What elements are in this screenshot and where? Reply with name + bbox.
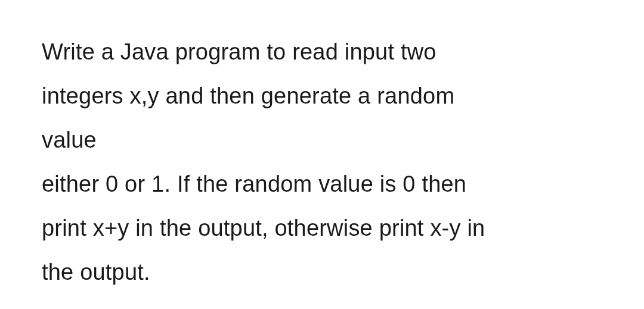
problem-statement: Write a Java program to read input two i… (42, 30, 602, 295)
text-line-4: either 0 or 1. If the random value is 0 … (42, 162, 602, 206)
text-line-6: the output. (42, 250, 602, 294)
text-line-1: Write a Java program to read input two (42, 30, 602, 74)
text-line-5: print x+y in the output, otherwise print… (42, 206, 602, 250)
text-line-3: value (42, 118, 602, 162)
text-line-2: integers x,y and then generate a random (42, 74, 602, 118)
